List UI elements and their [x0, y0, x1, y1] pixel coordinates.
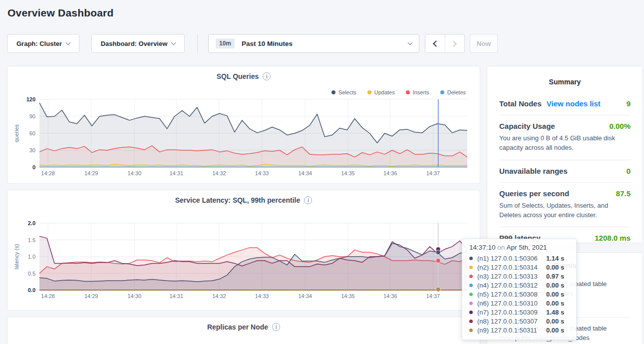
svg-text:60: 60 — [29, 130, 35, 136]
svg-text:14:35: 14:35 — [341, 293, 355, 299]
svg-text:14:29: 14:29 — [84, 293, 98, 299]
dashboard-dropdown[interactable]: Dashboard: Overview — [91, 34, 185, 53]
tooltip-latency-value: 0.97 s — [546, 273, 564, 280]
chevron-down-icon — [171, 40, 176, 45]
chart-hover-tooltip: 14:37:10 on Apr 5th, 2021 (n1) 127.0.0.1… — [462, 239, 577, 340]
tooltip-latency-value: 0.00 s — [546, 291, 564, 298]
node-color-dot — [469, 257, 473, 260]
node-color-dot — [469, 266, 473, 269]
unavailable-ranges-label: Unavailable ranges — [499, 167, 568, 175]
legend-label: Updates — [374, 89, 395, 95]
tooltip-date: Apr 5th, 2021 — [506, 244, 547, 251]
svg-text:14:30: 14:30 — [127, 170, 141, 176]
svg-text:14:28: 14:28 — [41, 293, 55, 299]
next-time-button[interactable] — [445, 34, 464, 52]
svg-text:0: 0 — [32, 164, 35, 170]
svg-text:14:31: 14:31 — [169, 293, 183, 299]
unavailable-ranges-value: 0 — [627, 167, 631, 175]
capacity-usage-value: 0.00% — [609, 122, 631, 130]
info-icon[interactable]: i — [272, 323, 280, 331]
dashboard-dropdown-label: Dashboard: Overview — [101, 40, 168, 47]
chevron-right-icon — [451, 40, 457, 47]
svg-text:14:28: 14:28 — [41, 170, 55, 176]
tooltip-row-n1: (n1) 127.0.0.1:503061.14 s — [469, 254, 570, 263]
now-button[interactable]: Now — [470, 34, 498, 53]
legend-dot — [331, 90, 335, 94]
tooltip-latency-value: 0.00 s — [546, 300, 564, 307]
tooltip-on: on — [497, 244, 505, 251]
hover-point-dot — [436, 259, 440, 263]
legend-label: Deletes — [447, 89, 466, 95]
time-range-dropdown[interactable]: 10m Past 10 Minutes — [208, 34, 419, 53]
node-color-dot — [469, 320, 473, 323]
overview-dashboard-page: { "page": { "title": "Overview Dashboard… — [0, 0, 644, 344]
svg-text:14:37: 14:37 — [426, 170, 440, 176]
time-range-label: Past 10 Minutes — [242, 40, 408, 47]
legend-item-inserts: Inserts — [406, 89, 429, 95]
graph-dropdown[interactable]: Graph: Cluster — [7, 34, 79, 53]
total-nodes-value: 9 — [627, 99, 631, 108]
capacity-usage-label: Capacity Usage — [499, 122, 555, 130]
tooltip-row-n5: (n5) 127.0.0.1:503080.00 s — [469, 290, 570, 299]
legend-item-updates: Updates — [367, 89, 395, 95]
chart-title-replicas-per-node: Replicas per Node — [207, 323, 268, 331]
svg-text:14:31: 14:31 — [169, 170, 183, 176]
previous-time-button[interactable] — [425, 34, 445, 52]
tooltip-node-address: (n6) 127.0.0.1:50310 — [477, 300, 546, 307]
svg-text:queries: queries — [13, 124, 19, 142]
service-latency-panel: 0.00.51.01.52.014:2814:2914:3014:3114:32… — [7, 190, 480, 311]
time-range-badge: 10m — [216, 38, 235, 48]
svg-text:14:37: 14:37 — [426, 293, 440, 299]
node-color-dot — [469, 293, 473, 296]
svg-text:1.5: 1.5 — [28, 237, 35, 243]
qps-description: Sum of Selects, Updates, Inserts, and De… — [499, 201, 631, 220]
legend-dot — [367, 90, 371, 94]
toolbar-divider — [197, 34, 198, 53]
tooltip-row-n8: (n8) 127.0.0.1:503070.00 s — [469, 317, 570, 326]
chevron-left-icon — [433, 40, 439, 47]
capacity-usage-description: You are using 0 B of 4.5 GiB usable disk… — [499, 134, 631, 153]
graph-dropdown-label: Graph: Cluster — [16, 40, 62, 47]
svg-text:14:32: 14:32 — [212, 293, 226, 299]
chart-series — [39, 103, 467, 167]
svg-text:120: 120 — [26, 96, 35, 102]
node-color-dot — [469, 275, 473, 278]
tooltip-node-address: (n9) 127.0.0.1:50311 — [477, 327, 546, 334]
tooltip-timestamp: 14:37:10 on Apr 5th, 2021 — [469, 244, 570, 251]
tooltip-node-address: (n5) 127.0.0.1:50308 — [477, 291, 546, 298]
tooltip-latency-value: 0.00 s — [546, 318, 564, 325]
now-button-label: Now — [477, 40, 491, 47]
tooltip-node-address: (n2) 127.0.0.1:50314 — [477, 264, 546, 271]
summary-row-capacity: Capacity Usage 0.00% You are using 0 B o… — [499, 115, 631, 160]
svg-text:30: 30 — [29, 147, 35, 153]
tooltip-row-n7: (n7) 127.0.0.1:503091.48 s — [469, 308, 570, 317]
svg-text:0.0: 0.0 — [28, 287, 35, 293]
svg-text:90: 90 — [29, 113, 35, 119]
svg-text:14:36: 14:36 — [383, 293, 397, 299]
svg-text:latency (s): latency (s) — [13, 244, 19, 270]
hover-point-dot — [436, 250, 440, 255]
total-nodes-label: Total Nodes — [499, 99, 542, 108]
chevron-down-icon — [408, 40, 413, 45]
chart-title-sql-queries: SQL Queries — [217, 72, 259, 80]
svg-text:14:30: 14:30 — [127, 293, 141, 299]
svg-text:0.5: 0.5 — [28, 271, 35, 277]
summary-row-unavailable-ranges: Unavailable ranges 0 — [499, 160, 631, 183]
summary-row-total-nodes: Total Nodes View nodes list 9 — [499, 93, 631, 115]
summary-heading: Summary — [499, 74, 631, 93]
info-icon[interactable]: i — [263, 72, 271, 80]
info-icon[interactable]: i — [304, 196, 312, 204]
svg-text:14:33: 14:33 — [255, 170, 269, 176]
node-color-dot — [469, 311, 473, 314]
node-color-dot — [469, 284, 473, 287]
svg-text:14:34: 14:34 — [298, 170, 312, 176]
tooltip-rows: (n1) 127.0.0.1:503061.14 s(n2) 127.0.0.1… — [469, 254, 570, 335]
tooltip-node-address: (n3) 127.0.0.1:50313 — [477, 273, 546, 280]
tooltip-node-address: (n7) 127.0.0.1:50309 — [477, 309, 546, 316]
summary-row-qps: Queries per second 87.5 Sum of Selects, … — [499, 183, 631, 228]
qps-label: Queries per second — [499, 189, 569, 198]
sql-queries-panel: 030609012014:2814:2914:3014:3114:3214:33… — [7, 66, 480, 184]
svg-text:14:35: 14:35 — [341, 170, 355, 176]
view-nodes-list-link[interactable]: View nodes list — [547, 99, 601, 108]
replicas-per-node-panel: Replicas per Node i — [7, 317, 480, 344]
